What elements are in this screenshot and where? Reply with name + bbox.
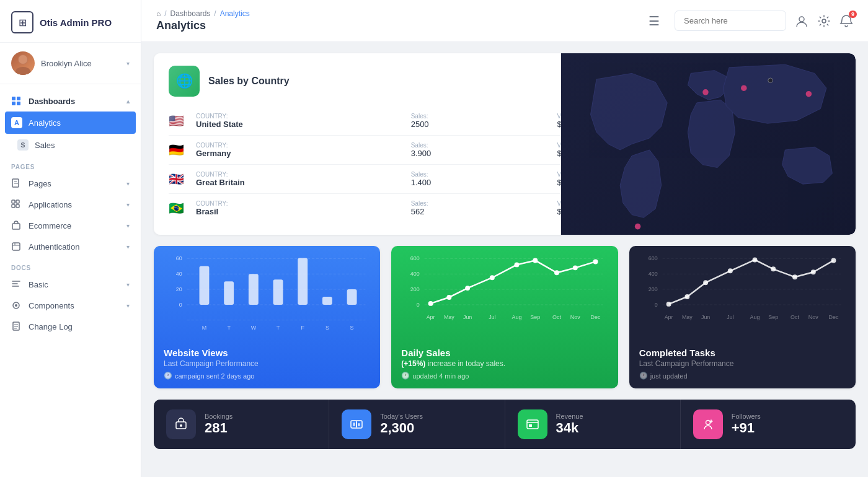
hamburger-icon[interactable]: ☰ <box>649 14 660 28</box>
svg-text:Jun: Jun <box>463 314 472 320</box>
svg-rect-5 <box>17 97 20 100</box>
sidebar-item-basic[interactable]: Basic ▾ <box>0 274 141 295</box>
country-cell: Country: United State <box>196 113 402 129</box>
sidebar-logo: ⊞ Otis Admin PRO <box>0 0 141 43</box>
svg-rect-43 <box>249 274 259 305</box>
svg-rect-44 <box>273 279 283 305</box>
sales-cell: Sales: 562 <box>411 200 549 216</box>
sidebar-item-sales[interactable]: S Sales <box>0 134 141 156</box>
dashboards-chevron-icon: ▴ <box>126 98 130 105</box>
bookings-label: Bookings <box>205 413 232 420</box>
svg-text:Apr: Apr <box>427 314 435 320</box>
users-info: Today's Users 2,300 <box>380 413 423 436</box>
sidebar-item-ecommerce[interactable]: Ecommerce ▾ <box>0 215 141 236</box>
chart-row: 60 40 20 0 M T <box>154 246 856 388</box>
svg-rect-4 <box>12 97 16 100</box>
website-views-card: 60 40 20 0 M T <box>154 246 380 388</box>
flag-us: 🇺🇸 <box>169 113 187 128</box>
svg-point-65 <box>465 286 470 291</box>
svg-text:F: F <box>301 325 304 331</box>
settings-icon[interactable] <box>817 14 831 28</box>
users-value: 2,300 <box>380 420 423 436</box>
header-left: ⌂ / Dashboards / Analytics Analytics <box>156 9 639 32</box>
svg-text:40: 40 <box>176 271 182 277</box>
bar-chart: 60 40 20 0 M T <box>162 252 371 339</box>
breadcrumb-analytics: Analytics <box>220 9 250 18</box>
flag-br: 🇧🇷 <box>169 201 187 216</box>
ecommerce-label: Ecommerce <box>29 221 120 230</box>
svg-point-28 <box>702 89 709 95</box>
stat-bar: Bookings 281 Today's Users 2,300 Reven <box>154 400 856 449</box>
svg-rect-14 <box>16 204 19 208</box>
user-name: Brooklyn Alice <box>41 59 120 68</box>
sales-letter: S <box>17 139 29 151</box>
breadcrumb-sep2: / <box>214 9 216 18</box>
svg-text:M: M <box>202 325 206 331</box>
applications-label: Applications <box>29 200 120 209</box>
breadcrumb-home-icon: ⌂ <box>156 9 161 18</box>
revenue-value: 34k <box>556 420 583 436</box>
svg-text:Oct: Oct <box>790 314 799 320</box>
avatar <box>11 51 35 75</box>
svg-rect-15 <box>12 224 20 229</box>
svg-point-31 <box>768 78 773 83</box>
clock-icon2: 🕐 <box>401 372 410 380</box>
svg-rect-114 <box>529 424 532 427</box>
svg-point-71 <box>593 259 598 264</box>
svg-rect-7 <box>17 102 20 105</box>
svg-text:T: T <box>227 325 231 331</box>
revenue-label: Revenue <box>556 413 583 420</box>
sidebar-item-pages[interactable]: Pages ▾ <box>0 173 141 194</box>
svg-text:Aug: Aug <box>750 314 760 320</box>
svg-point-69 <box>554 270 559 275</box>
stat-bookings: Bookings 281 <box>154 400 329 449</box>
main-content: ⌂ / Dashboards / Analytics Analytics ☰ 9 <box>141 0 868 477</box>
sales-card-title: Sales by Country <box>208 76 290 87</box>
changelog-icon <box>11 322 22 331</box>
svg-text:0: 0 <box>179 302 182 308</box>
website-views-meta: 🕐 campaign sent 2 days ago <box>164 372 370 380</box>
world-map <box>561 53 856 235</box>
user-icon[interactable] <box>795 14 808 28</box>
authentication-chevron-icon: ▾ <box>126 243 130 250</box>
sidebar-item-changelog[interactable]: Change Log <box>0 316 141 337</box>
svg-point-26 <box>822 19 826 23</box>
completed-tasks-meta: 🕐 just updated <box>639 372 846 380</box>
chart-top-green: 600 400 200 0 <box>391 246 618 339</box>
sales-cell: Sales: 1.400 <box>411 171 549 187</box>
followers-value: +91 <box>732 420 761 436</box>
user-profile[interactable]: Brooklyn Alice ▾ <box>0 43 141 84</box>
svg-text:May: May <box>444 314 454 320</box>
pages-section-title: PAGES <box>0 156 141 173</box>
search-input[interactable] <box>675 11 786 31</box>
notifications-icon[interactable]: 9 <box>839 14 853 28</box>
applications-icon <box>11 199 22 209</box>
line-chart-dark: 600 400 200 0 Apr <box>638 252 847 339</box>
website-views-title: Website Views <box>164 348 370 358</box>
applications-chevron-icon: ▾ <box>126 201 130 208</box>
basic-label: Basic <box>29 280 120 289</box>
svg-text:S: S <box>350 325 354 331</box>
daily-sales-title: Daily Sales <box>401 348 608 358</box>
svg-text:T: T <box>277 325 280 331</box>
svg-point-108 <box>180 424 182 427</box>
svg-point-97 <box>831 258 836 263</box>
breadcrumb-dashboards[interactable]: Dashboards <box>170 9 211 18</box>
svg-rect-47 <box>347 289 357 305</box>
svg-point-96 <box>810 269 815 274</box>
daily-sales-subtitle: (+15%) increase in today sales. <box>401 359 608 368</box>
svg-rect-42 <box>224 281 234 305</box>
sidebar-item-authentication[interactable]: Authentication ▾ <box>0 236 141 257</box>
sidebar-item-analytics[interactable]: A Analytics <box>5 112 136 134</box>
followers-label: Followers <box>732 413 761 420</box>
components-chevron-icon: ▾ <box>126 302 130 309</box>
sidebar-item-components[interactable]: Components ▾ <box>0 295 141 316</box>
bookings-value: 281 <box>205 420 232 436</box>
sidebar-item-dashboards[interactable]: Dashboards ▴ <box>0 90 141 112</box>
page-title: Analytics <box>156 19 639 32</box>
sidebar-item-applications[interactable]: Applications ▾ <box>0 194 141 215</box>
svg-text:20: 20 <box>176 286 182 292</box>
sales-label: Sales <box>35 141 130 150</box>
svg-point-2 <box>19 55 27 64</box>
ecommerce-chevron-icon: ▾ <box>126 222 130 229</box>
